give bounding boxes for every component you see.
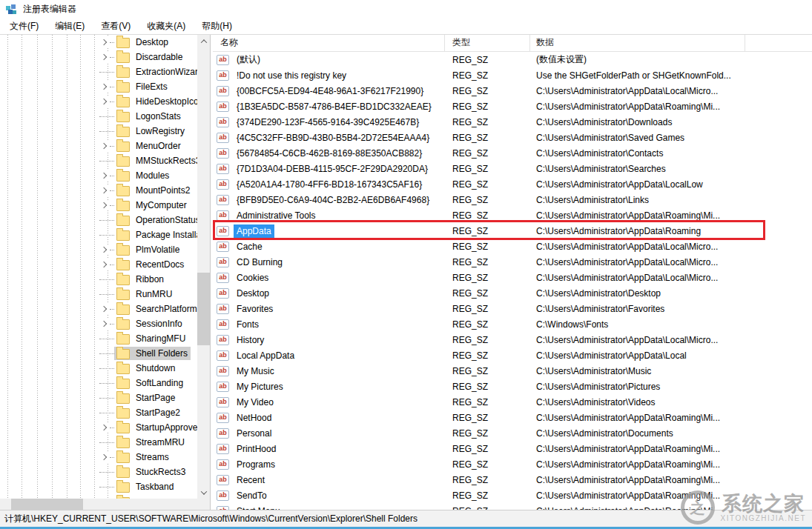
tree-item-shell-folders[interactable]: Shell Folders [0, 346, 197, 361]
registry-value-row[interactable]: abCookiesREG_SZC:\Users\Administrator\Ap… [213, 270, 812, 285]
registry-value-row[interactable]: ab{374DE290-123F-4565-9164-39C4925E467B}… [213, 114, 812, 130]
chevron-right-icon[interactable] [99, 37, 110, 47]
tree-item-startpage[interactable]: StartPage [0, 390, 197, 405]
value-name: {4C5C32FF-BB9D-43B0-B5B4-2D72E54EAAA4} [234, 131, 432, 144]
chevron-right-icon[interactable] [99, 200, 110, 210]
tree-item-modules[interactable]: Modules [0, 168, 197, 183]
chevron-right-icon[interactable] [99, 244, 110, 255]
registry-value-row[interactable]: abFontsREG_SZC:\Windows\Fonts [213, 316, 812, 332]
registry-value-row[interactable]: abMy VideoREG_SZC:\Users\Administrator\V… [213, 394, 812, 410]
registry-value-row[interactable]: abCD BurningREG_SZC:\Users\Administrator… [213, 254, 812, 270]
scroll-down-arrow-icon[interactable] [197, 486, 210, 499]
chevron-right-icon[interactable] [99, 96, 110, 107]
tree-item-searchplatform[interactable]: SearchPlatform [0, 302, 197, 316]
menu-item-1[interactable]: 编辑(E) [47, 19, 93, 34]
registry-value-row[interactable]: ab{A520A1A4-1780-4FF6-BD18-167343C5AF16}… [213, 176, 812, 192]
column-header-name[interactable]: 名称 [213, 35, 445, 51]
value-data: C:\Users\Administrator\Desktop [530, 288, 745, 299]
registry-value-row[interactable]: ab{1B3EA5DC-B587-4786-B4EF-BD1DC332AEAE}… [213, 99, 812, 114]
registry-value-row[interactable]: abPersonalREG_SZC:\Users\Administrator\D… [213, 425, 812, 441]
tree-item-operationstatusmanager[interactable]: OperationStatusManager [0, 213, 197, 227]
chevron-right-icon[interactable] [99, 141, 110, 151]
registry-value-row[interactable]: abMy PicturesREG_SZC:\Users\Administrato… [213, 379, 812, 394]
tree-item-sharingmfu[interactable]: SharingMFU [0, 331, 197, 346]
registry-value-row[interactable]: abCacheREG_SZC:\Users\Administrator\AppD… [213, 239, 812, 254]
registry-value-row[interactable]: ab{BFB9D5E0-C6A9-404C-B2B2-AE6DB6AF4968}… [213, 192, 812, 207]
tree-item-shutdown[interactable]: Shutdown [0, 361, 197, 376]
value-name: NetHood [234, 411, 274, 425]
tree-item-package-installation[interactable]: Package Installation [0, 227, 197, 242]
registry-value-row[interactable]: abHistoryREG_SZC:\Users\Administrator\Ap… [213, 332, 812, 347]
tree-item-plmvolatile[interactable]: PlmVolatile [0, 242, 197, 257]
folder-icon [116, 305, 130, 315]
chevron-right-icon[interactable] [99, 52, 110, 62]
vertical-scroll-thumb[interactable] [197, 273, 210, 345]
scroll-left-arrow-icon[interactable] [0, 499, 11, 510]
tree-item-desktop[interactable]: Desktop [0, 35, 197, 50]
registry-value-row[interactable]: abMy MusicREG_SZC:\Users\Administrator\M… [213, 363, 812, 379]
chevron-right-icon[interactable] [99, 185, 110, 196]
registry-value-row[interactable]: abStart MenuREG_SZC:\Users\Administrator… [213, 503, 812, 510]
chevron-right-icon[interactable] [99, 81, 110, 92]
tree-item-menuorder[interactable]: MenuOrder [0, 139, 197, 153]
tree-item-label: MountPoints2 [134, 184, 191, 196]
tree-item-discardable[interactable]: Discardable [0, 50, 197, 64]
tree-vertical-scrollbar[interactable] [197, 35, 210, 499]
tree-item-taskband[interactable]: Taskband [0, 479, 197, 494]
tree-item-recentdocs[interactable]: RecentDocs [0, 257, 197, 272]
registry-value-row[interactable]: abFavoritesREG_SZC:\Users\Administrator\… [213, 301, 812, 316]
registry-value-row[interactable]: abAppDataREG_SZC:\Users\Administrator\Ap… [213, 223, 812, 239]
value-data: C:\Users\Administrator\AppData\LocalLow [530, 179, 745, 190]
registry-value-row[interactable]: abSendToREG_SZC:\Users\Administrator\App… [213, 488, 812, 503]
menu-item-2[interactable]: 查看(V) [93, 19, 139, 34]
tree-item-streammru[interactable]: StreamMRU [0, 435, 197, 450]
chevron-right-icon[interactable] [99, 422, 110, 433]
registry-value-row[interactable]: abLocal AppDataREG_SZC:\Users\Administra… [213, 347, 812, 363]
tree-item-softlanding[interactable]: SoftLanding [0, 376, 197, 390]
chevron-right-icon[interactable] [99, 319, 110, 329]
value-data: C:\Users\Administrator\AppData\Roaming [530, 226, 745, 236]
chevron-right-icon[interactable] [99, 452, 110, 462]
tree-item-hidedesktopicons[interactable]: HideDesktopIcons [0, 94, 197, 109]
tree-item-runmru[interactable]: RunMRU [0, 287, 197, 302]
registry-value-row[interactable]: abRecentREG_SZC:\Users\Administrator\App… [213, 472, 812, 488]
column-header-data[interactable]: 数据 [530, 35, 745, 51]
chevron-right-icon[interactable] [99, 170, 110, 181]
value-data: C:\Users\Administrator\AppData\Local\Mic… [530, 273, 745, 283]
registry-value-row[interactable]: ab{7D1D3A04-DEBB-4115-95CF-2F29DA2920DA}… [213, 161, 812, 176]
value-name: Programs [234, 458, 278, 471]
tree-item-mountpoints2[interactable]: MountPoints2 [0, 183, 197, 198]
chevron-right-icon[interactable] [99, 304, 110, 314]
tree-item-extractionwizard[interactable]: ExtractionWizard [0, 64, 197, 79]
registry-value-row[interactable]: abAdministrative ToolsREG_SZC:\Users\Adm… [213, 207, 812, 223]
menu-item-4[interactable]: 帮助(H) [194, 19, 240, 34]
menu-item-3[interactable]: 收藏夹(A) [139, 19, 194, 34]
tree-item-sessioninfo[interactable]: SessionInfo [0, 316, 197, 331]
tree-item-lowregistry[interactable]: LowRegistry [0, 124, 197, 139]
registry-value-row[interactable]: abProgramsREG_SZC:\Users\Administrator\A… [213, 456, 812, 472]
registry-value-row[interactable]: abPrintHoodREG_SZC:\Users\Administrator\… [213, 441, 812, 456]
tree-item-ribbon[interactable]: Ribbon [0, 272, 197, 287]
tree-item-mycomputer[interactable]: MyComputer [0, 198, 197, 213]
tree-item-startpage2[interactable]: StartPage2 [0, 405, 197, 420]
tree-horizontal-scrollbar[interactable] [0, 499, 197, 510]
tree-item-logonstats[interactable]: LogonStats [0, 109, 197, 124]
registry-value-row[interactable]: ab{00BCFC5A-ED94-4E48-96A1-3F6217F21990}… [213, 83, 812, 99]
registry-value-row[interactable]: abNetHoodREG_SZC:\Users\Administrator\Ap… [213, 410, 812, 425]
registry-value-row[interactable]: ab(默认)REG_SZ(数值未设置) [213, 52, 812, 67]
registry-value-row[interactable]: ab{56784854-C6CB-462B-8169-88E350ACB882}… [213, 145, 812, 161]
horizontal-scroll-thumb[interactable] [11, 499, 83, 510]
tree-item-startupapproved[interactable]: StartupApproved [0, 420, 197, 435]
tree-item-stuckrects3[interactable]: StuckRects3 [0, 465, 197, 479]
chevron-right-icon[interactable] [99, 259, 110, 270]
registry-value-row[interactable]: ab{4C5C32FF-BB9D-43B0-B5B4-2D72E54EAAA4}… [213, 130, 812, 145]
tree-item-mmstuckrects3[interactable]: MMStuckRects3 [0, 153, 197, 168]
registry-value-row[interactable]: abDesktopREG_SZC:\Users\Administrator\De… [213, 285, 812, 301]
scroll-right-arrow-icon[interactable] [186, 499, 197, 510]
tree-item-fileexts[interactable]: FileExts [0, 79, 197, 94]
tree-item-streams[interactable]: Streams [0, 450, 197, 465]
scroll-up-arrow-icon[interactable] [197, 35, 210, 47]
column-header-type[interactable]: 类型 [445, 35, 530, 51]
menu-item-0[interactable]: 文件(F) [1, 19, 47, 34]
registry-value-row[interactable]: ab!Do not use this registry keyREG_SZUse… [213, 67, 812, 83]
